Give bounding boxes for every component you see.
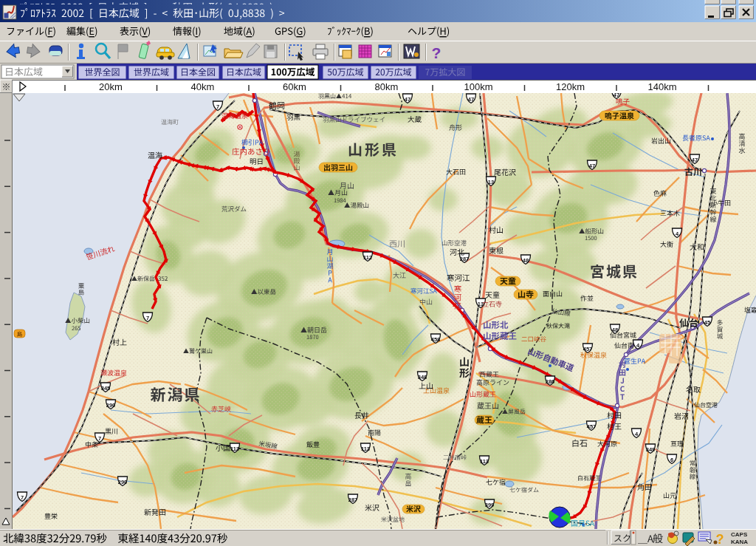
svg-text:6: 6 — [670, 457, 673, 463]
svg-text:40km: 40km — [191, 81, 215, 92]
svg-text:CAPS: CAPS — [731, 531, 748, 538]
svg-text:120km: 120km — [556, 81, 585, 92]
svg-text:KANA: KANA — [731, 539, 748, 545]
svg-text:457: 457 — [583, 346, 593, 352]
svg-text:348: 348 — [418, 374, 427, 381]
svg-text:80km: 80km — [375, 81, 399, 92]
svg-text:349: 349 — [646, 446, 656, 453]
svg-text:45: 45 — [704, 319, 710, 326]
svg-text:13: 13 — [478, 301, 484, 307]
svg-text:13: 13 — [488, 179, 494, 185]
svg-text:7: 7 — [216, 103, 219, 110]
svg-text:140km: 140km — [647, 81, 676, 92]
svg-text:100km: 100km — [464, 81, 492, 92]
svg-text:7: 7 — [146, 315, 149, 321]
svg-text:286: 286 — [546, 378, 555, 385]
svg-text:399: 399 — [485, 502, 495, 508]
svg-text:345: 345 — [101, 385, 111, 392]
svg-text:113: 113 — [230, 446, 239, 452]
svg-text:7: 7 — [98, 435, 101, 442]
svg-text:47: 47 — [468, 96, 474, 103]
svg-text:290: 290 — [118, 479, 128, 485]
svg-text:287: 287 — [348, 496, 358, 503]
svg-text:?: ? — [716, 532, 724, 546]
svg-text:47: 47 — [589, 163, 595, 169]
svg-text:7: 7 — [21, 494, 24, 501]
svg-text:20km: 20km — [99, 81, 123, 92]
svg-text:457: 457 — [587, 423, 597, 430]
svg-text:47: 47 — [692, 157, 698, 163]
svg-text:287: 287 — [460, 256, 470, 262]
svg-text:48: 48 — [523, 257, 529, 264]
svg-text:458: 458 — [431, 336, 441, 343]
svg-text:290: 290 — [106, 402, 116, 409]
svg-text:113: 113 — [480, 458, 489, 465]
svg-text:113: 113 — [361, 446, 370, 452]
svg-text:112: 112 — [363, 254, 372, 261]
svg-text:47: 47 — [405, 96, 410, 103]
svg-text:48: 48 — [612, 327, 618, 333]
svg-text:?: ? — [432, 44, 441, 61]
svg-text:60km: 60km — [283, 81, 306, 92]
